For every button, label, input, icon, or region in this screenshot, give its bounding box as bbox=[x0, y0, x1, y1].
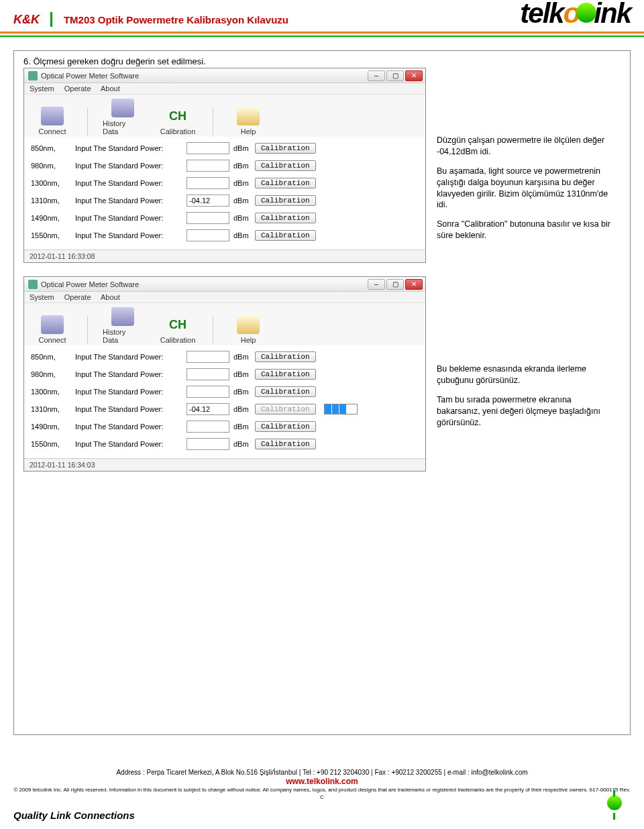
wavelength-label: 980nm, bbox=[31, 370, 71, 378]
tool-help[interactable]: Help bbox=[228, 315, 268, 344]
calibration-icon: CH bbox=[166, 107, 189, 125]
menu-about[interactable]: About bbox=[101, 293, 120, 301]
calibration-button[interactable]: Calibration bbox=[255, 369, 316, 380]
unit-label: dBm bbox=[233, 370, 251, 378]
tool-history[interactable]: History Data bbox=[103, 307, 143, 344]
connect-icon bbox=[41, 107, 64, 125]
app-icon bbox=[28, 71, 38, 80]
separator-icon bbox=[213, 107, 213, 135]
power-input[interactable] bbox=[186, 195, 229, 207]
input-label: Input The Standard Power: bbox=[75, 162, 182, 170]
calibration-row: 1490nm,Input The Standard Power:dBmCalib… bbox=[31, 212, 419, 224]
tool-calibration[interactable]: CHCalibration bbox=[158, 315, 198, 344]
power-input[interactable] bbox=[186, 421, 229, 433]
unit-label: dBm bbox=[233, 405, 251, 413]
unit-label: dBm bbox=[233, 231, 251, 239]
power-input[interactable] bbox=[186, 351, 229, 363]
calibration-button[interactable]: Calibration bbox=[255, 230, 316, 241]
unit-label: dBm bbox=[233, 144, 251, 152]
help-icon bbox=[237, 107, 260, 125]
logo: telkoink bbox=[520, 0, 631, 30]
wavelength-label: 850nm, bbox=[31, 144, 71, 152]
power-input[interactable] bbox=[186, 212, 229, 224]
menu-system[interactable]: System bbox=[30, 85, 54, 93]
calibration-icon: CH bbox=[166, 315, 189, 334]
close-button[interactable]: ✕ bbox=[405, 279, 423, 290]
wavelength-label: 1300nm, bbox=[31, 388, 71, 396]
unit-label: dBm bbox=[233, 423, 251, 431]
explanation-1: Düzgün çalışan powermetre ile ölçülen de… bbox=[437, 68, 611, 241]
tool-connect[interactable]: Connect bbox=[32, 315, 72, 344]
menu-operate[interactable]: Operate bbox=[64, 293, 91, 301]
separator-icon bbox=[213, 316, 213, 344]
minimize-button[interactable]: – bbox=[368, 70, 385, 81]
power-input[interactable] bbox=[186, 142, 229, 154]
tool-connect-label: Connect bbox=[39, 127, 66, 135]
unit-label: dBm bbox=[233, 162, 251, 170]
input-label: Input The Standard Power: bbox=[75, 388, 182, 396]
footer-url: www.telkolink.com bbox=[13, 777, 631, 787]
wavelength-label: 1550nm, bbox=[31, 440, 71, 448]
input-label: Input The Standard Power: bbox=[75, 231, 182, 239]
calibration-button[interactable]: Calibration bbox=[255, 351, 316, 362]
tool-history[interactable]: History Data bbox=[103, 99, 143, 135]
window-buttons: – ▢ ✕ bbox=[368, 70, 423, 81]
statusbar: 2012-01-11 16:33:08 bbox=[24, 250, 425, 262]
window-buttons: – ▢ ✕ bbox=[368, 279, 423, 290]
calibration-row: 850nm,Input The Standard Power:dBmCalibr… bbox=[31, 351, 419, 363]
maximize-button[interactable]: ▢ bbox=[386, 70, 404, 81]
footer: Address : Perpa Ticaret Merkezi, A Blok … bbox=[13, 768, 631, 801]
calibration-row: 1550nm,Input The Standard Power:dBmCalib… bbox=[31, 229, 419, 241]
tool-calibration[interactable]: CHCalibration bbox=[158, 107, 198, 135]
power-input[interactable] bbox=[186, 368, 229, 380]
paragraph: Düzgün çalışan powermetre ile ölçülen de… bbox=[437, 135, 611, 158]
menu-about[interactable]: About bbox=[101, 85, 120, 93]
tool-help[interactable]: Help bbox=[228, 107, 268, 135]
calibration-button[interactable]: Calibration bbox=[255, 143, 316, 154]
calibration-button[interactable]: Calibration bbox=[255, 213, 316, 223]
power-input[interactable] bbox=[186, 438, 229, 450]
calibration-row: 1300nm,Input The Standard Power:dBmCalib… bbox=[31, 177, 419, 189]
wavelength-label: 1300nm, bbox=[31, 179, 71, 187]
quality-link-connections: Quality Link Connections bbox=[13, 810, 135, 821]
paragraph: Bu bekleme esnasında ekranda ilerleme çu… bbox=[437, 364, 611, 386]
power-input[interactable] bbox=[186, 160, 229, 172]
calibration-row: 850nm,Input The Standard Power:dBmCalibr… bbox=[31, 142, 419, 154]
input-label: Input The Standard Power: bbox=[75, 179, 182, 187]
close-button[interactable]: ✕ bbox=[405, 70, 423, 81]
wavelength-label: 1490nm, bbox=[31, 423, 71, 431]
maximize-button[interactable]: ▢ bbox=[386, 279, 404, 290]
calibration-row: 1490nm,Input The Standard Power:dBmCalib… bbox=[31, 421, 419, 433]
tool-connect[interactable]: Connect bbox=[32, 107, 72, 135]
power-input[interactable] bbox=[186, 403, 229, 415]
calibration-button[interactable]: Calibration bbox=[255, 160, 316, 171]
minimize-button[interactable]: – bbox=[368, 279, 385, 290]
calibration-row: 1300nm,Input The Standard Power:dBmCalib… bbox=[31, 386, 419, 398]
calibration-button[interactable]: Calibration bbox=[255, 421, 316, 432]
calibration-rows: 850nm,Input The Standard Power:dBmCalibr… bbox=[24, 345, 425, 458]
power-input[interactable] bbox=[186, 386, 229, 398]
footer-address: Address : Perpa Ticaret Merkezi, A Blok … bbox=[13, 768, 631, 777]
calibration-button[interactable]: Calibration bbox=[255, 195, 316, 206]
input-label: Input The Standard Power: bbox=[75, 353, 182, 361]
paragraph: Bu aşamada, light source ve powermetreni… bbox=[437, 166, 611, 211]
unit-label: dBm bbox=[233, 440, 251, 448]
history-icon bbox=[111, 99, 134, 117]
menubar: System Operate About bbox=[24, 292, 425, 303]
unit-label: dBm bbox=[233, 179, 251, 187]
power-input[interactable] bbox=[186, 177, 229, 189]
calibration-button[interactable]: Calibration bbox=[255, 439, 316, 449]
menu-operate[interactable]: Operate bbox=[64, 85, 91, 93]
calibration-row: 1550nm,Input The Standard Power:dBmCalib… bbox=[31, 438, 419, 450]
unit-label: dBm bbox=[233, 197, 251, 205]
separator-icon bbox=[87, 316, 88, 344]
calibration-button[interactable]: Calibration bbox=[255, 386, 316, 397]
paragraph: Tam bu sırada powermetre ekranına bakars… bbox=[437, 394, 611, 429]
app-icon bbox=[28, 280, 38, 289]
power-input[interactable] bbox=[186, 229, 229, 241]
input-label: Input The Standard Power: bbox=[75, 440, 182, 448]
tool-help-label: Help bbox=[241, 336, 256, 344]
calibration-button[interactable]: Calibration bbox=[255, 178, 316, 188]
calibration-button[interactable]: Calibration bbox=[255, 404, 316, 414]
menu-system[interactable]: System bbox=[30, 293, 54, 301]
